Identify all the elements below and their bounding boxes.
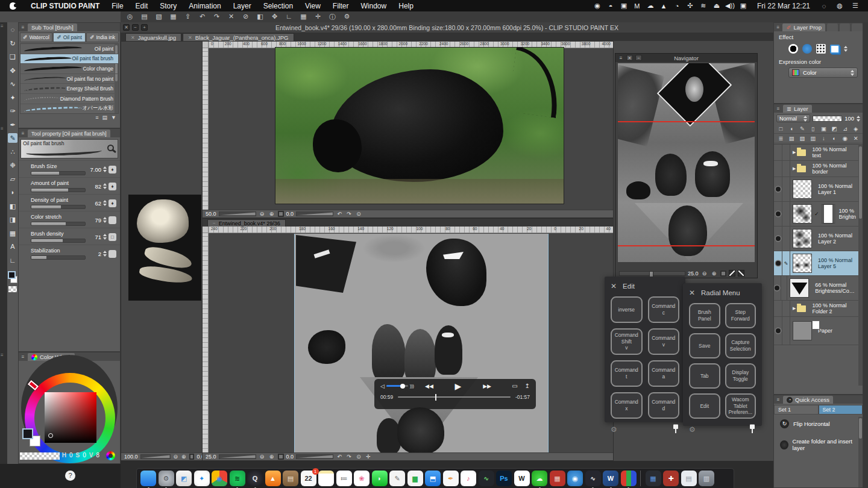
panel-menu-icon[interactable]: ≡ bbox=[618, 55, 624, 61]
red-collage[interactable]: ▦ bbox=[550, 471, 565, 486]
zoom-out-icon[interactable]: ⊖ bbox=[259, 211, 266, 217]
save-icon[interactable]: ▦ bbox=[169, 13, 178, 22]
expand-icon[interactable]: ▶ bbox=[793, 306, 796, 311]
help-button[interactable]: ? bbox=[65, 471, 75, 481]
brush-list-item[interactable]: Oil paint bbox=[20, 44, 118, 54]
panel-collapse-icon[interactable]: ≡ bbox=[1, 126, 4, 131]
tab-close-icon[interactable]: ✕ bbox=[131, 35, 135, 40]
new-layer-icon[interactable]: ▤ bbox=[788, 135, 796, 142]
eraser-tool[interactable]: ▱ bbox=[8, 174, 17, 184]
brush-list-item[interactable]: Oil paint flat no paint bbox=[20, 74, 118, 84]
snap-special-icon[interactable]: ✛ bbox=[313, 13, 322, 22]
cloud-icon[interactable]: ☁ bbox=[644, 2, 657, 10]
menu-item[interactable]: Story bbox=[154, 0, 183, 11]
pin-icon[interactable] bbox=[672, 425, 679, 434]
fit-screen-icon[interactable] bbox=[189, 454, 195, 460]
brush-list-item[interactable]: オパール水彩 bbox=[20, 104, 118, 114]
mask-area-icon[interactable]: ◖ bbox=[788, 125, 796, 132]
fill-icon[interactable]: ◧ bbox=[256, 13, 265, 22]
scrollbar[interactable] bbox=[858, 417, 863, 487]
reminders[interactable]: ≔ bbox=[336, 471, 352, 486]
safari[interactable]: ✦ bbox=[194, 471, 210, 486]
calendar[interactable]: 22 1 bbox=[301, 471, 316, 486]
dynamics-icon[interactable] bbox=[108, 216, 116, 224]
radial-shortcut-button[interactable]: Step Forward bbox=[725, 303, 756, 328]
layer-row[interactable]: ▶ ✓ 100 % Normal text bbox=[774, 145, 858, 161]
navigator-minimize-button[interactable]: − bbox=[635, 55, 642, 61]
menu-item[interactable]: File bbox=[105, 0, 129, 11]
radial-shortcut-button[interactable]: Save bbox=[689, 333, 720, 358]
slider-track[interactable] bbox=[31, 205, 86, 209]
draft-layer-icon[interactable]: ✎ bbox=[799, 125, 807, 132]
create-mask-icon[interactable]: ◐ bbox=[831, 135, 838, 142]
subtool-group-tab[interactable]: ✐Watercol bbox=[20, 33, 52, 42]
quick-access-set-tab[interactable]: Set 1 bbox=[774, 405, 819, 414]
tab-close-icon[interactable]: ✕ bbox=[188, 35, 192, 40]
zoom-out-icon[interactable]: ⊖ bbox=[173, 454, 179, 460]
slider-track[interactable] bbox=[31, 171, 86, 175]
edit-shortcut-button[interactable]: Command t bbox=[611, 360, 643, 387]
menu-item[interactable]: Animation bbox=[183, 0, 227, 11]
transparent-color-swatch[interactable] bbox=[8, 286, 17, 292]
contacts[interactable]: ▤ bbox=[283, 471, 298, 486]
volume-control[interactable]: ◁))) bbox=[380, 383, 414, 389]
word[interactable]: W bbox=[603, 471, 618, 486]
navigator-thumbnail[interactable] bbox=[618, 63, 755, 262]
radial-shortcut-button[interactable]: Wacom Tablet Preferen... bbox=[725, 393, 756, 419]
layer-stack-icon[interactable]: ≣ bbox=[777, 135, 785, 142]
halftone-effect-icon[interactable] bbox=[816, 44, 826, 54]
layer-visibility-toggle[interactable] bbox=[774, 227, 782, 251]
rotate-ccw-icon[interactable]: ↶ bbox=[336, 454, 343, 460]
zoom-in-icon[interactable]: ⊕ bbox=[268, 454, 275, 460]
lock-icon[interactable]: ▣ bbox=[617, 2, 631, 10]
vlc[interactable]: ▲ bbox=[265, 471, 281, 486]
undo-icon[interactable]: ↶ bbox=[198, 13, 207, 22]
new-folder-icon[interactable]: ▧ bbox=[799, 135, 807, 142]
itunes[interactable]: ♪ bbox=[461, 471, 476, 486]
onedrive-icon[interactable]: ◓ bbox=[604, 2, 617, 10]
lock-transparent-icon[interactable]: ◩ bbox=[831, 125, 838, 132]
wrench-icon[interactable]: ⚙ bbox=[689, 425, 696, 434]
wacom[interactable]: W bbox=[514, 471, 530, 486]
menu-item[interactable]: Layer bbox=[227, 0, 257, 11]
layer-visibility-toggle[interactable] bbox=[774, 301, 782, 316]
eject-icon[interactable]: ⏏ bbox=[710, 2, 723, 10]
keynote[interactable]: ⬒ bbox=[425, 471, 441, 486]
new-file-icon[interactable]: ▤ bbox=[140, 13, 149, 22]
layer-visibility-toggle[interactable] bbox=[774, 145, 782, 160]
layer-thumbnail[interactable] bbox=[793, 321, 812, 340]
close-icon[interactable]: ✕ bbox=[689, 289, 695, 297]
textedit[interactable]: ✎ bbox=[389, 471, 405, 486]
scale-icon[interactable]: ✥ bbox=[270, 13, 279, 22]
layer-row[interactable]: ▶ ✓ 100 % Normal border bbox=[774, 161, 858, 177]
layer-visibility-toggle[interactable] bbox=[774, 276, 781, 300]
color-wheel-tab[interactable]: Color Wheel bbox=[28, 353, 75, 361]
share-icon[interactable]: ↥ bbox=[525, 383, 530, 389]
csp-cloud[interactable]: ☁ bbox=[532, 471, 547, 486]
settings-icon[interactable]: ⚙ bbox=[342, 13, 351, 22]
wacom-radial-panel[interactable]: ✕Radial Menu Brush PanelStep ForwardSave… bbox=[683, 283, 762, 426]
menu-clock[interactable]: Fri 22 Mar 12:21 bbox=[752, 2, 815, 10]
pen-tool[interactable]: ✒ bbox=[8, 120, 17, 130]
stepper[interactable] bbox=[103, 251, 107, 257]
menu-item[interactable]: View bbox=[299, 0, 327, 11]
ruler-tool[interactable]: ∟ bbox=[8, 255, 17, 265]
layer-row[interactable]: ▶ ✓ 100 % Normal Layer 1 bbox=[774, 177, 858, 202]
radial-shortcut-button[interactable]: Display Toggle bbox=[725, 363, 756, 389]
layer-row[interactable]: ✎ ▶ ✓ 100 % Normal Layer 5 bbox=[774, 251, 858, 276]
expand-icon[interactable]: ▶ bbox=[793, 150, 796, 155]
panel-collapse-icon[interactable]: ≡ bbox=[1, 23, 4, 29]
brush-list-item[interactable]: Oil paint flat brush bbox=[20, 54, 118, 64]
decoration-tool[interactable]: ❉ bbox=[8, 160, 17, 170]
stepper[interactable] bbox=[103, 183, 107, 189]
zoom-in-icon[interactable]: ⊕ bbox=[711, 271, 718, 277]
open-file-icon[interactable]: ▧ bbox=[154, 13, 163, 22]
preview[interactable]: ◩ bbox=[176, 471, 192, 486]
zoom-tool[interactable]: ◌ bbox=[8, 25, 17, 34]
brush-list-item[interactable]: Energy Shield Brush bbox=[20, 84, 118, 94]
saturation-value-square[interactable] bbox=[45, 392, 96, 443]
menu-item[interactable]: Window bbox=[355, 0, 393, 11]
window-minimize-button[interactable]: − bbox=[132, 24, 139, 31]
delete-icon[interactable]: ✕ bbox=[227, 13, 236, 22]
menu-item[interactable]: Filter bbox=[327, 0, 355, 11]
